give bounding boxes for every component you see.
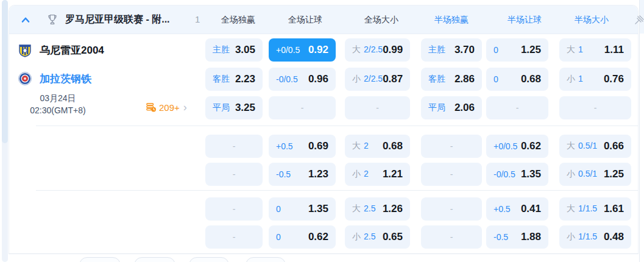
odds-line-label: 2/2.5 — [364, 44, 383, 54]
collapse-chevron-up-icon[interactable] — [18, 12, 34, 28]
left-scrollbar-thumb[interactable] — [2, 0, 8, 143]
odds-label: +0.5 — [276, 141, 293, 151]
odds-cell[interactable]: 小10.76 — [559, 68, 631, 91]
odds-cell[interactable]: 小0.5/11.25 — [559, 163, 631, 186]
odds-cell[interactable]: 大11.11 — [559, 38, 631, 62]
home-team-row[interactable]: 乌尼雷亚2004 — [18, 43, 104, 57]
odds-cell[interactable]: 大20.68 — [345, 135, 410, 158]
odds-cell[interactable]: 00.68 — [486, 68, 548, 91]
odds-line-label: +0/0.5 — [494, 141, 517, 151]
kickoff-clock: 02:30(GMT+8) — [9, 104, 107, 116]
odds-cell[interactable]: -0.51.23 — [269, 163, 336, 186]
odds-label: -0.5 — [276, 169, 291, 179]
odds-cell[interactable]: -0/0.50.96 — [269, 68, 336, 91]
odds-cell[interactable]: -0.51.88 — [486, 225, 548, 249]
odds-value: 0.62 — [308, 231, 328, 243]
odds-value: 3.25 — [235, 102, 255, 114]
odds-cell[interactable]: 平局3.25 — [205, 96, 263, 119]
empty-odds-placeholder: - — [233, 204, 236, 214]
odds-direction-label: 小 — [352, 169, 361, 180]
odds-cell[interactable]: 01.25 — [486, 38, 548, 62]
odds-cell[interactable]: 主胜3.05 — [205, 38, 263, 62]
odds-label: 大1 — [567, 44, 583, 55]
odds-label: 小1/1.5 — [567, 232, 597, 243]
odds-cell-empty: - — [421, 225, 482, 249]
odds-cell[interactable]: 大0.5/10.66 — [559, 135, 631, 158]
kickoff-date: 03月24日 — [9, 92, 107, 104]
odds-cell[interactable]: +0.50.69 — [269, 135, 336, 158]
section-divider — [36, 126, 638, 126]
odds-cell[interactable]: 大2.51.26 — [345, 197, 410, 221]
odds-value: 3.70 — [455, 44, 475, 56]
odds-line-label: 主胜 — [428, 44, 445, 55]
odds-line-label: -0.5 — [276, 169, 291, 179]
empty-odds-placeholder: - — [450, 141, 453, 151]
odds-line-label: 2.5 — [364, 204, 375, 213]
odds-label: +0/0.5 — [494, 141, 517, 151]
match-count: 1 — [195, 14, 200, 24]
odds-value: 1.25 — [521, 44, 541, 56]
odds-line-label: 1 — [578, 74, 583, 83]
odds-value: 0.41 — [521, 203, 541, 215]
odds-cell[interactable]: +0/0.50.92 — [269, 38, 336, 62]
odds-label: 0 — [276, 204, 281, 214]
odds-direction-label: 大 — [352, 204, 361, 214]
odds-cell[interactable]: -0/0.51.35 — [486, 163, 548, 186]
odds-cell[interactable]: 小21.21 — [345, 163, 410, 186]
odds-line-label: 平局 — [213, 102, 230, 113]
empty-odds-placeholder: - — [233, 141, 236, 151]
odds-direction-label: 大 — [352, 44, 361, 55]
filter-chip[interactable] — [79, 257, 121, 262]
odds-cell[interactable]: 大1/1.51.61 — [559, 197, 631, 221]
odds-direction-label: 大 — [567, 141, 575, 152]
empty-odds-placeholder: - — [376, 103, 379, 113]
odds-value: 0.76 — [604, 73, 624, 85]
section-divider — [36, 190, 638, 191]
odds-cell-empty: - — [559, 96, 631, 119]
odds-cell[interactable]: +0/0.50.62 — [486, 135, 548, 158]
odds-line-label: 0 — [494, 45, 498, 55]
filter-chip[interactable] — [134, 257, 175, 262]
odds-value: 0.48 — [604, 231, 624, 243]
filter-chip[interactable] — [246, 257, 286, 262]
odds-label: 小0.5/1 — [567, 169, 597, 180]
odds-cell[interactable]: 客胜2.86 — [421, 68, 482, 91]
odds-cell[interactable]: 主胜3.70 — [421, 38, 482, 62]
betting-panel-stage: 罗马尼亚甲级联赛 - 附... 1 全场独赢 全场让球 全场大小 半场独赢 半场… — [0, 0, 644, 262]
odds-line-label: 2 — [364, 141, 369, 150]
league-title: 罗马尼亚甲级联赛 - 附... — [65, 13, 170, 26]
odds-value: 0.68 — [383, 140, 403, 152]
odds-label: 小2 — [352, 169, 369, 180]
odds-cell[interactable]: 小1/1.50.48 — [559, 225, 631, 249]
odds-cell[interactable]: 客胜2.23 — [205, 68, 263, 91]
empty-odds-placeholder: - — [594, 103, 597, 113]
odds-label: 大2/2.5 — [352, 44, 383, 55]
odds-value: 0.66 — [604, 140, 624, 152]
more-markets-count: 209+ — [159, 102, 180, 113]
odds-value: 0.62 — [521, 140, 541, 152]
odds-line-label: 0 — [276, 204, 281, 214]
odds-line-label: 1/1.5 — [578, 232, 597, 241]
pin-icon[interactable] — [634, 15, 644, 25]
odds-cell[interactable]: 小2/2.50.87 — [345, 68, 410, 91]
odds-cell[interactable]: 平局2.06 — [421, 96, 482, 119]
odds-cell[interactable]: 大2/2.50.99 — [345, 38, 410, 62]
odds-label: +0/0.5 — [276, 45, 300, 55]
away-team-row[interactable]: 加拉茨钢铁 — [18, 71, 91, 86]
odds-cell[interactable]: 00.62 — [269, 225, 336, 249]
filter-chip[interactable] — [189, 257, 229, 262]
odds-cell[interactable]: +0.50.41 — [486, 197, 548, 221]
away-team-logo — [18, 71, 32, 86]
odds-cell[interactable]: 01.35 — [269, 197, 336, 221]
odds-value: 0.68 — [521, 73, 541, 85]
empty-odds-placeholder: - — [301, 103, 304, 113]
odds-label: 客胜 — [213, 74, 230, 85]
column-header-half-overunder: 半场大小 — [575, 15, 609, 26]
odds-label: 小1 — [567, 74, 583, 85]
odds-cell-empty: - — [269, 96, 336, 119]
more-markets-link[interactable]: 209+ › — [146, 102, 187, 113]
odds-line-label: 0 — [276, 232, 281, 242]
odds-cell-empty: - — [421, 197, 482, 221]
odds-label: 小2.5 — [352, 232, 375, 243]
odds-cell[interactable]: 小2.50.65 — [345, 225, 410, 249]
